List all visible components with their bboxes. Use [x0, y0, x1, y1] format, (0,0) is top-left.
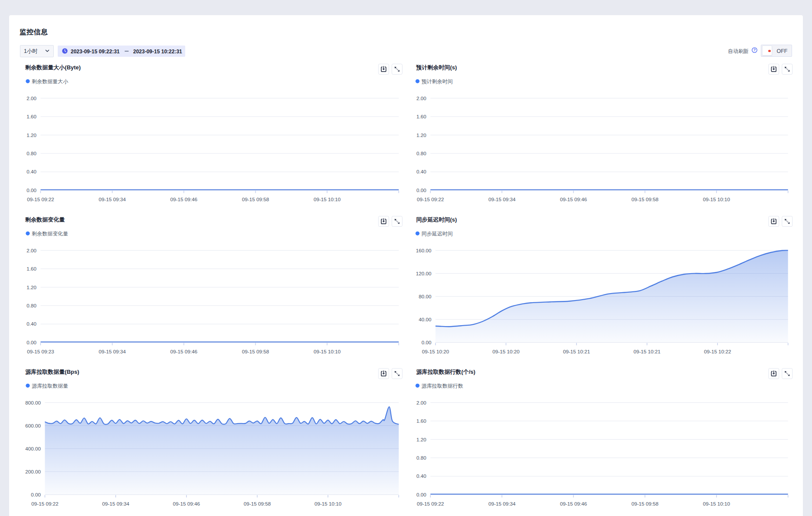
- svg-text:09-15 10:22: 09-15 10:22: [704, 349, 731, 354]
- svg-text:2.00: 2.00: [26, 95, 36, 101]
- svg-text:0.40: 0.40: [26, 169, 36, 174]
- svg-text:0.00: 0.00: [26, 340, 36, 345]
- svg-text:0.80: 0.80: [416, 150, 426, 156]
- svg-text:600.00: 600.00: [25, 423, 41, 428]
- svg-text:1.60: 1.60: [26, 114, 36, 119]
- svg-text:800.00: 800.00: [25, 400, 41, 405]
- svg-text:09-15 09:22: 09-15 09:22: [27, 196, 54, 202]
- svg-text:160.00: 160.00: [416, 248, 432, 253]
- svg-text:1.60: 1.60: [416, 114, 426, 119]
- svg-text:09-15 09:58: 09-15 09:58: [244, 501, 271, 506]
- svg-text:0.80: 0.80: [26, 150, 36, 156]
- svg-text:预计剩余时间(s): 预计剩余时间(s): [416, 64, 457, 71]
- svg-text:09-15 09:34: 09-15 09:34: [99, 196, 126, 202]
- svg-text:0.00: 0.00: [31, 492, 41, 497]
- svg-text:09-15 09:58: 09-15 09:58: [632, 196, 658, 202]
- svg-text:1.60: 1.60: [26, 266, 36, 271]
- svg-text:2.00: 2.00: [416, 95, 426, 101]
- svg-text:09-15 10:20: 09-15 10:20: [422, 349, 449, 354]
- svg-text:同步延迟时间(s): 同步延迟时间(s): [416, 216, 457, 223]
- svg-text:09-15 09:22: 09-15 09:22: [417, 501, 444, 506]
- svg-text:0.40: 0.40: [416, 169, 426, 174]
- svg-text:预计剩余时间: 预计剩余时间: [422, 78, 453, 85]
- svg-text:120.00: 120.00: [416, 271, 432, 276]
- svg-text:80.00: 80.00: [419, 294, 432, 299]
- svg-text:09-15 09:22: 09-15 09:22: [31, 501, 58, 506]
- svg-text:0.80: 0.80: [26, 303, 36, 308]
- svg-text:1.20: 1.20: [416, 132, 426, 138]
- svg-text:同步延迟时间: 同步延迟时间: [422, 231, 453, 237]
- svg-text:09-15 10:10: 09-15 10:10: [314, 349, 341, 354]
- svg-text:09-15 09:46: 09-15 09:46: [560, 501, 587, 506]
- svg-text:09-15 09:58: 09-15 09:58: [242, 196, 269, 202]
- svg-text:200.00: 200.00: [25, 469, 41, 474]
- svg-text:0.00: 0.00: [416, 187, 426, 193]
- svg-text:09-15 09:22: 09-15 09:22: [417, 196, 444, 202]
- svg-text:源库拉取数据量: 源库拉取数据量: [32, 383, 68, 389]
- svg-text:0.00: 0.00: [422, 340, 432, 345]
- svg-text:2.00: 2.00: [26, 248, 36, 253]
- svg-text:1.20: 1.20: [416, 437, 426, 442]
- svg-text:剩余数据量大小: 剩余数据量大小: [32, 78, 68, 85]
- svg-text:源库拉取数据量(Bps): 源库拉取数据量(Bps): [25, 369, 79, 375]
- svg-text:09-15 09:34: 09-15 09:34: [102, 501, 130, 506]
- svg-text:09-15 10:21: 09-15 10:21: [563, 349, 590, 354]
- svg-text:0.40: 0.40: [26, 321, 36, 327]
- svg-text:0.40: 0.40: [416, 473, 426, 479]
- svg-text:源库拉取数据行数: 源库拉取数据行数: [422, 383, 463, 389]
- svg-text:09-15 10:10: 09-15 10:10: [703, 196, 730, 202]
- svg-text:0.00: 0.00: [26, 187, 36, 193]
- svg-text:0.80: 0.80: [416, 455, 426, 460]
- svg-text:09-15 10:10: 09-15 10:10: [314, 196, 341, 202]
- svg-text:400.00: 400.00: [25, 446, 41, 451]
- svg-text:2.00: 2.00: [416, 400, 426, 405]
- svg-text:09-15 09:34: 09-15 09:34: [488, 501, 516, 506]
- svg-text:09-15 09:46: 09-15 09:46: [560, 196, 587, 202]
- svg-text:09-15 10:10: 09-15 10:10: [703, 501, 730, 506]
- svg-text:09-15 09:46: 09-15 09:46: [170, 349, 197, 354]
- svg-text:09-15 10:10: 09-15 10:10: [314, 501, 342, 506]
- svg-text:09-15 09:23: 09-15 09:23: [27, 349, 54, 354]
- svg-text:09-15 09:58: 09-15 09:58: [632, 501, 658, 506]
- svg-text:剩余数据变化量: 剩余数据变化量: [25, 216, 65, 223]
- svg-text:1.60: 1.60: [416, 418, 426, 424]
- svg-text:09-15 10:20: 09-15 10:20: [492, 349, 520, 354]
- svg-text:源库拉取数据行数(个/s): 源库拉取数据行数(个/s): [416, 369, 475, 375]
- svg-text:09-15 09:34: 09-15 09:34: [488, 196, 516, 202]
- svg-text:剩余数据变化量: 剩余数据变化量: [32, 231, 68, 237]
- svg-text:09-15 09:46: 09-15 09:46: [173, 501, 200, 506]
- svg-text:1.20: 1.20: [26, 132, 36, 138]
- svg-text:09-15 09:34: 09-15 09:34: [99, 349, 126, 354]
- svg-text:09-15 10:21: 09-15 10:21: [633, 349, 660, 354]
- svg-text:40.00: 40.00: [419, 317, 432, 322]
- svg-text:09-15 09:58: 09-15 09:58: [242, 349, 269, 354]
- svg-text:09-15 09:46: 09-15 09:46: [170, 196, 197, 202]
- svg-text:0.00: 0.00: [416, 492, 426, 497]
- svg-text:剩余数据量大小(Byte): 剩余数据量大小(Byte): [25, 64, 81, 71]
- svg-text:1.20: 1.20: [26, 284, 36, 290]
